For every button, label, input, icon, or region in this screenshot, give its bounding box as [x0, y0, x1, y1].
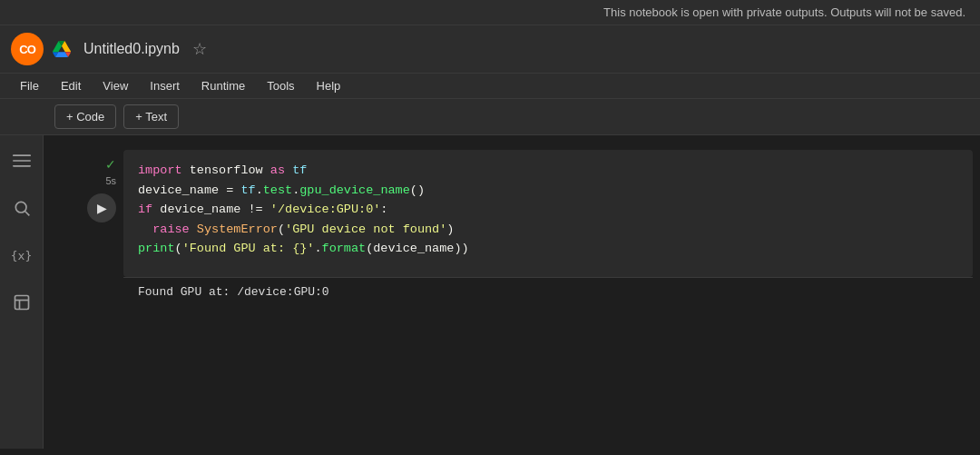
code-line-3: if device_name != '/device:GPU:0':: [138, 200, 958, 220]
code-line-4: raise SystemError('GPU device not found'…: [138, 220, 958, 240]
code-line-5: print('Found GPU at: {}'.format(device_n…: [138, 239, 958, 259]
menu-view[interactable]: View: [93, 75, 137, 96]
menu-insert[interactable]: Insert: [141, 75, 189, 96]
menu-help[interactable]: Help: [308, 75, 350, 96]
colab-logo: CO: [11, 33, 44, 65]
add-code-button[interactable]: + Code: [54, 104, 116, 129]
code-line-2: device_name = tf.test.gpu_device_name(): [138, 181, 958, 201]
notification-bar: This notebook is open with private outpu…: [0, 0, 980, 25]
cell-area: ✓ 5s ▶ import tensorflow as tf device_na…: [44, 135, 980, 449]
cell-status: ✓: [105, 157, 116, 172]
logo-text: CO: [19, 43, 35, 56]
svg-rect-5: [15, 296, 28, 310]
notification-text: This notebook is open with private outpu…: [603, 5, 965, 19]
cell-gutter: ✓ 5s ▶: [51, 150, 123, 223]
svg-line-4: [24, 212, 29, 216]
file-title: Untitled0.ipynb: [83, 41, 180, 57]
add-text-button[interactable]: + Text: [123, 104, 179, 129]
header: CO Untitled0.ipynb ☆: [0, 25, 980, 74]
main-layout: {x} ✓ 5s ▶ import ten: [0, 135, 980, 449]
files-icon[interactable]: [7, 288, 36, 317]
svg-rect-2: [13, 165, 31, 167]
menu-tools[interactable]: Tools: [258, 75, 303, 96]
svg-rect-0: [13, 154, 31, 156]
code-cell: ✓ 5s ▶ import tensorflow as tf device_na…: [51, 150, 973, 277]
drive-icon: [53, 40, 71, 58]
cell-output: Found GPU at: /device:GPU:0: [123, 277, 973, 306]
svg-rect-1: [13, 160, 31, 162]
toolbar: + Code + Text: [0, 99, 980, 135]
search-icon[interactable]: [7, 193, 36, 223]
variables-icon[interactable]: {x}: [7, 241, 36, 270]
run-icon: ▶: [97, 201, 107, 215]
menu-edit[interactable]: Edit: [52, 75, 90, 96]
cell-time: 5s: [105, 175, 116, 186]
menu-runtime[interactable]: Runtime: [192, 75, 254, 96]
cell-code-content[interactable]: import tensorflow as tf device_name = tf…: [123, 150, 973, 277]
menu-file[interactable]: File: [11, 75, 48, 96]
menu-icon[interactable]: [7, 146, 36, 175]
run-button[interactable]: ▶: [87, 193, 116, 223]
code-line-1: import tensorflow as tf: [138, 161, 958, 181]
star-icon[interactable]: ☆: [192, 39, 207, 59]
output-text: Found GPU at: /device:GPU:0: [138, 285, 329, 299]
svg-point-3: [15, 202, 26, 213]
menubar: File Edit View Insert Runtime Tools Help: [0, 74, 980, 99]
check-icon: ✓: [105, 157, 116, 172]
sidebar: {x}: [0, 135, 44, 449]
